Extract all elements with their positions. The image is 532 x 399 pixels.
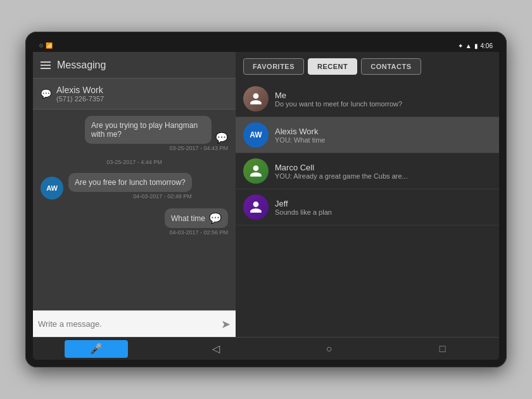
contact-item-marco[interactable]: Marco Cell YOU: Already a great game the… (236, 153, 499, 189)
contact-jeff-info: Jeff Sounds like a plan (275, 199, 491, 216)
time-display: 4:06 (481, 42, 493, 49)
timestamp-3: 04-03-2017 - 02:56 PM (169, 229, 228, 236)
contact-alexis-name: Alexis Work (275, 127, 491, 136)
contact-marco-preview: YOU: Already a great game the Cubs are..… (275, 172, 491, 180)
outgoing-content-2: Are you free for lunch tomorrow? 04-03-2… (68, 173, 192, 200)
nav-bar: 🎤 ◁ ○ □ (33, 337, 499, 360)
avatar-jeff (243, 194, 269, 220)
person-icon (249, 92, 263, 106)
home-button[interactable]: ○ (304, 343, 355, 355)
sent-timestamp-2: 03-25-2017 - 4:44 PM (41, 159, 228, 165)
hamburger-menu[interactable] (41, 61, 51, 69)
app-title: Messaging (57, 60, 106, 71)
hamburger-line-2 (41, 65, 51, 66)
left-panel: Messaging 💬 Alexis Work (571) 226-7357 (33, 52, 236, 337)
hamburger-line-1 (41, 61, 51, 63)
tab-favorites[interactable]: FAVORITES (243, 58, 304, 75)
status-bar-left: 📶 (39, 42, 53, 49)
right-panel: FAVORITES RECENT CONTACTS Me (236, 52, 499, 337)
camera-indicator (39, 44, 43, 48)
contact-phone: (571) 226-7357 (56, 95, 104, 103)
bubble-text-2: Are you free for lunch tomorrow? (68, 173, 192, 192)
tablet-device: 📶 ✦ ▲ ▮ 4:06 Messaging (25, 32, 507, 367)
contact-header[interactable]: 💬 Alexis Work (571) 226-7357 (33, 79, 236, 110)
mic-button[interactable]: 🎤 (65, 340, 128, 358)
message-icon: 💬 (41, 89, 51, 99)
bubble-text-3: What time 💬 (165, 208, 228, 228)
person-icon-jeff (249, 200, 263, 214)
back-icon: ◁ (212, 343, 220, 355)
hamburger-line-3 (41, 68, 51, 69)
app-header: Messaging (33, 52, 236, 79)
avatar-alexis: AW (243, 122, 269, 148)
chat-area: Are you trying to play Hangman with me? … (33, 110, 236, 310)
back-button[interactable]: ◁ (191, 343, 241, 355)
contact-me-preview: Do you want to meet for lunch tomorrow? (275, 100, 491, 108)
contact-alexis-preview: YOU: What time (275, 136, 491, 144)
timestamp-2: 04-03-2017 - 02:49 PM (68, 193, 192, 200)
tabs-row: FAVORITES RECENT CONTACTS (236, 52, 499, 81)
message-1: Are you trying to play Hangman with me? … (41, 116, 228, 151)
home-icon: ○ (326, 343, 332, 355)
contact-item-jeff[interactable]: Jeff Sounds like a plan (236, 189, 499, 225)
status-bar: 📶 ✦ ▲ ▮ 4:06 (33, 39, 499, 52)
tab-recent[interactable]: RECENT (308, 58, 357, 75)
bubble-chat-icon-3: 💬 (209, 212, 222, 224)
bubble-chat-icon-1: 💬 (215, 132, 228, 144)
contact-item-alexis[interactable]: AW Alexis Work YOU: What time (236, 117, 499, 153)
bubble-text-1: Are you trying to play Hangman with me? (85, 116, 212, 144)
contact-me-name: Me (275, 91, 491, 100)
message-input[interactable] (38, 319, 216, 329)
send-button[interactable]: ➤ (221, 317, 231, 331)
message-3: What time 💬 04-03-2017 - 02:56 PM (41, 208, 228, 236)
mic-icon: 🎤 (90, 343, 103, 355)
avatar-me (243, 86, 269, 111)
contact-alexis-info: Alexis Work YOU: What time (275, 127, 491, 144)
app-area: Messaging 💬 Alexis Work (571) 226-7357 (33, 52, 499, 337)
tablet-screen: 📶 ✦ ▲ ▮ 4:06 Messaging (33, 39, 499, 360)
wifi-icon: ▲ (466, 42, 472, 49)
contact-marco-info: Marco Cell YOU: Already a great game the… (275, 163, 491, 180)
status-bar-right: ✦ ▲ ▮ 4:06 (458, 42, 493, 49)
bubble-meta-1: Are you trying to play Hangman with me? … (85, 116, 228, 144)
message-input-area: ➤ (33, 310, 236, 337)
bubble-meta-3: What time 💬 (165, 208, 228, 228)
contact-item-me[interactable]: Me Do you want to meet for lunch tomorro… (236, 81, 499, 117)
recents-button[interactable]: □ (417, 343, 468, 355)
message-2-group: AW Are you free for lunch tomorrow? 04-0… (41, 173, 228, 200)
bluetooth-icon: ✦ (458, 42, 463, 49)
battery-icon: ▮ (474, 42, 478, 49)
contact-name: Alexis Work (56, 85, 104, 95)
avatar-marco (243, 158, 269, 184)
contact-jeff-preview: Sounds like a plan (275, 208, 491, 216)
contact-jeff-name: Jeff (275, 199, 491, 208)
contact-info: Alexis Work (571) 226-7357 (56, 85, 104, 103)
contact-list: Me Do you want to meet for lunch tomorro… (236, 81, 499, 337)
timestamp-1: 03-25-2017 - 04:43 PM (169, 145, 228, 151)
carrier-text: 📶 (46, 42, 53, 49)
recents-icon: □ (440, 343, 446, 355)
tab-contacts[interactable]: CONTACTS (361, 58, 421, 75)
contact-marco-name: Marco Cell (275, 163, 491, 172)
person-icon-marco (249, 164, 263, 178)
contact-me-info: Me Do you want to meet for lunch tomorro… (275, 91, 491, 108)
avatar-aw: AW (41, 177, 63, 200)
